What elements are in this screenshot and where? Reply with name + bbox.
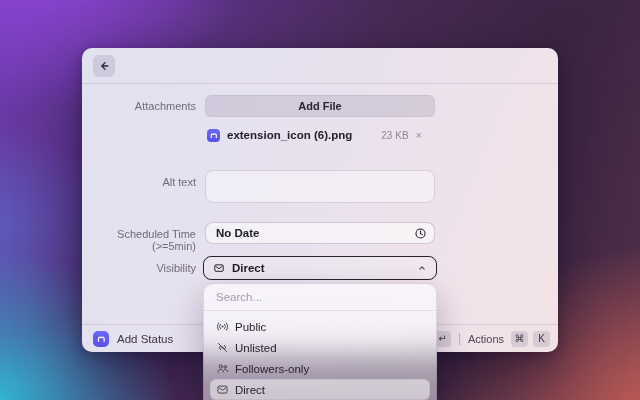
- arrow-left-icon: [98, 60, 110, 72]
- visibility-select[interactable]: Direct: [203, 256, 437, 280]
- attachment-file-size: 23 KB: [381, 130, 408, 141]
- scheduled-time-value: No Date: [216, 227, 259, 239]
- alt-text-input[interactable]: [205, 170, 435, 203]
- visibility-options-list: Public Unlisted Followers-only Direct: [204, 311, 436, 400]
- visibility-value: Direct: [232, 262, 265, 274]
- attachments-label: Attachments: [82, 100, 196, 112]
- add-status-icon: [93, 331, 109, 347]
- option-label: Unlisted: [235, 342, 277, 354]
- attachment-item: extension_icon (6).png 23 KB ×: [207, 124, 435, 146]
- add-status-title: Add Status: [117, 333, 173, 345]
- window-header: [82, 48, 558, 84]
- desktop-background: Attachments Add File extension_icon (6).…: [0, 0, 640, 400]
- cmd-key[interactable]: ⌘: [511, 331, 528, 347]
- option-followers-only[interactable]: Followers-only: [210, 358, 430, 379]
- dropdown-search-input[interactable]: [204, 284, 436, 311]
- envelope-icon: [213, 262, 225, 274]
- broadcast-icon: [216, 320, 229, 333]
- back-button[interactable]: [93, 55, 115, 77]
- add-file-button-label: Add File: [298, 100, 341, 112]
- footer-divider: [459, 333, 460, 345]
- file-type-icon: [207, 129, 220, 142]
- scheduled-time-label: Scheduled Time (>=5min): [82, 228, 196, 252]
- option-unlisted[interactable]: Unlisted: [210, 337, 430, 358]
- followers-icon: [216, 362, 229, 375]
- actions-label[interactable]: Actions: [468, 333, 504, 345]
- option-label: Direct: [235, 384, 265, 396]
- option-direct[interactable]: Direct: [210, 379, 430, 400]
- k-key[interactable]: K: [533, 331, 550, 347]
- attachment-file-name: extension_icon (6).png: [227, 129, 352, 141]
- scheduled-time-field[interactable]: No Date: [205, 222, 435, 244]
- remove-attachment-icon[interactable]: ×: [416, 130, 422, 141]
- envelope-icon: [216, 383, 229, 396]
- visibility-label: Visibility: [82, 262, 196, 274]
- visibility-dropdown: Public Unlisted Followers-only Direct: [203, 283, 437, 400]
- option-label: Public: [235, 321, 266, 333]
- alt-text-label: Alt text: [82, 176, 196, 188]
- chevron-up-icon: [417, 263, 427, 273]
- broadcast-off-icon: [216, 341, 229, 354]
- add-file-button[interactable]: Add File: [205, 95, 435, 117]
- option-label: Followers-only: [235, 363, 309, 375]
- option-public[interactable]: Public: [210, 316, 430, 337]
- clock-icon: [414, 227, 427, 240]
